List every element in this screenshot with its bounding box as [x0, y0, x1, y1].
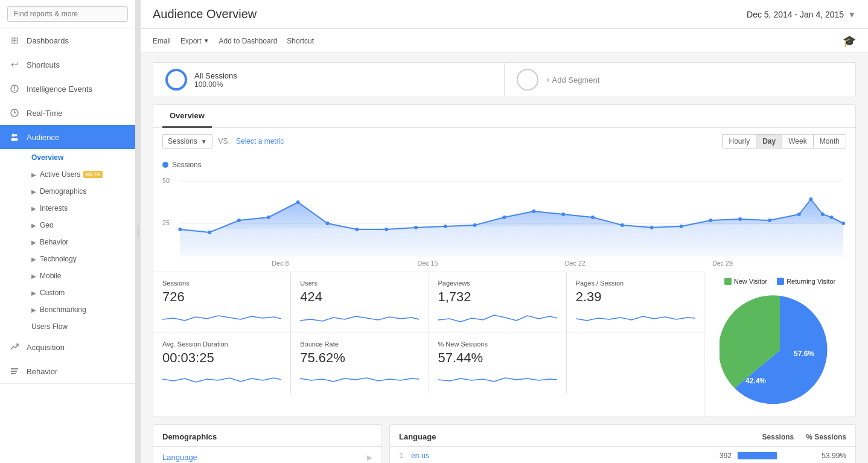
- lang-sessions-1: 392: [683, 452, 732, 460]
- svg-point-25: [296, 200, 300, 204]
- svg-marker-20: [180, 199, 843, 257]
- bounce-rate-label: Bounce Rate: [300, 340, 419, 348]
- sidebar-item-label-realtime: Real-Time: [27, 109, 62, 118]
- svg-point-5: [15, 134, 18, 136]
- svg-rect-8: [11, 368, 18, 369]
- svg-point-39: [709, 219, 712, 222]
- svg-point-4: [12, 134, 15, 137]
- svg-text:50: 50: [162, 177, 170, 184]
- pie-legend: New Visitor Returning Visitor: [724, 278, 836, 285]
- sidebar-item-acquisition[interactable]: Acquisition: [0, 335, 135, 359]
- lang-name-1[interactable]: en-us: [411, 452, 683, 460]
- sidebar-item-dashboards[interactable]: ⊞ Dashboards: [0, 28, 135, 53]
- shortcuts-icon: ↩: [8, 59, 21, 71]
- sidebar-item-realtime[interactable]: Real-Time: [0, 101, 135, 125]
- col-pct-label: % Sessions: [806, 433, 846, 441]
- time-btn-hourly[interactable]: Hourly: [722, 134, 756, 148]
- svg-rect-10: [11, 373, 16, 374]
- subnav-demographics[interactable]: ▶ Demographics: [27, 183, 135, 200]
- stats-pie-row: Sessions 726 Users 424: [153, 272, 855, 417]
- active-users-label: Active Users: [40, 170, 80, 179]
- pageviews-label: Pageviews: [438, 279, 557, 287]
- subnav-mobile[interactable]: ▶ Mobile: [27, 267, 135, 284]
- shortcut-button[interactable]: Shortcut: [287, 37, 314, 45]
- time-btn-day[interactable]: Day: [756, 134, 782, 148]
- realtime-icon: [8, 107, 21, 119]
- time-btn-month[interactable]: Month: [813, 134, 846, 148]
- mobile-label: Mobile: [40, 272, 61, 280]
- export-button[interactable]: Export ▼: [180, 37, 209, 45]
- select-metric-link[interactable]: Select a metric: [236, 137, 284, 145]
- sidebar-resize-handle[interactable]: [136, 0, 141, 463]
- svg-point-36: [621, 223, 624, 227]
- subnav-geo[interactable]: ▶ Geo: [27, 217, 135, 234]
- sidebar-item-label-intelligence: Intelligence Events: [27, 85, 92, 94]
- chevron-right-icon9: ▶: [31, 307, 36, 313]
- users-value: 424: [300, 289, 419, 305]
- audience-icon: [8, 131, 21, 143]
- svg-text:Dec 8: Dec 8: [272, 260, 289, 267]
- behavior-icon: [8, 365, 21, 377]
- chevron-right-icon6: ▶: [31, 256, 36, 263]
- new-sessions-sparkline: [438, 368, 557, 386]
- chevron-right-icon3: ▶: [31, 205, 36, 212]
- svg-point-42: [797, 212, 801, 216]
- sidebar-item-label-acquisition: Acquisition: [27, 343, 65, 352]
- search-input[interactable]: [7, 6, 128, 22]
- lang-bar-wrap-1: [738, 452, 810, 459]
- subnav-custom[interactable]: ▶ Custom: [27, 284, 135, 301]
- metric-dropdown[interactable]: Sessions ▼: [162, 134, 212, 148]
- sidebar-item-shortcuts[interactable]: ↩ Shortcuts: [0, 53, 135, 77]
- page-title: Audience Overview: [153, 7, 257, 21]
- svg-point-22: [208, 231, 211, 234]
- subnav-interests[interactable]: ▶ Interests: [27, 200, 135, 217]
- time-btn-week[interactable]: Week: [782, 134, 813, 148]
- svg-point-7: [14, 138, 18, 141]
- legend-dot: [162, 162, 168, 168]
- demo-arrow-icon: ▶: [367, 453, 372, 462]
- overview-label: Overview: [31, 153, 63, 162]
- stat-new-sessions: % New Sessions 57.44%: [429, 333, 567, 394]
- subnav-technology[interactable]: ▶ Technology: [27, 251, 135, 267]
- chevron-right-icon8: ▶: [31, 290, 36, 296]
- svg-text:42.4%: 42.4%: [745, 377, 766, 385]
- interests-label: Interests: [40, 204, 68, 212]
- date-range-picker[interactable]: Dec 5, 2014 - Jan 4, 2015 ▼: [747, 10, 856, 19]
- email-button[interactable]: Email: [153, 37, 171, 45]
- avg-session-sparkline: [162, 368, 281, 386]
- stat-pages-per-session: Pages / Session 2.39: [567, 272, 704, 333]
- add-to-dashboard-button[interactable]: Add to Dashboard: [219, 37, 278, 45]
- stat-bounce-rate: Bounce Rate 75.62%: [291, 333, 429, 394]
- stats-section: Sessions 726 Users 424: [153, 272, 704, 417]
- subnav-users-flow[interactable]: Users Flow: [27, 318, 135, 335]
- add-segment-button[interactable]: + Add Segment: [505, 63, 855, 97]
- legend-returning-visitor: Returning Visitor: [777, 278, 835, 285]
- acquisition-icon: [8, 341, 21, 353]
- demo-row-language[interactable]: Language ▶: [153, 447, 381, 463]
- svg-point-46: [841, 222, 845, 225]
- sidebar-item-behavior[interactable]: Behavior: [0, 359, 135, 383]
- subnav-behavior[interactable]: ▶ Behavior: [27, 234, 135, 251]
- chart-area: Sessions 50 25 Dec 8 Dec 15 Dec 22: [153, 155, 855, 272]
- svg-point-41: [768, 219, 771, 222]
- returning-visitor-label: Returning Visitor: [787, 278, 835, 285]
- svg-text:Dec 15: Dec 15: [418, 260, 438, 267]
- date-range-text: Dec 5, 2014 - Jan 4, 2015: [747, 10, 844, 19]
- subnav-active-users[interactable]: ▶ Active Users BETA: [27, 166, 135, 183]
- all-sessions-segment: All Sessions 100.00%: [153, 63, 505, 97]
- search-section: [0, 0, 135, 28]
- subnav-overview[interactable]: Overview: [27, 149, 135, 166]
- svg-point-30: [444, 225, 447, 228]
- svg-point-45: [830, 216, 834, 219]
- tab-overview[interactable]: Overview: [162, 105, 212, 128]
- chevron-right-icon4: ▶: [31, 222, 36, 229]
- sidebar-item-audience[interactable]: Audience: [0, 125, 135, 149]
- sidebar: ⊞ Dashboards ↩ Shortcuts Intelligence Ev…: [0, 0, 136, 463]
- sidebar-item-intelligence[interactable]: Intelligence Events: [0, 77, 135, 101]
- subnav-benchmarking[interactable]: ▶ Benchmarking: [27, 301, 135, 318]
- svg-point-44: [821, 212, 825, 216]
- pie-chart: 57.6% 42.4%: [720, 290, 840, 410]
- stat-pageviews: Pageviews 1,732: [429, 272, 567, 333]
- bounce-rate-sparkline: [300, 368, 419, 386]
- users-flow-label: Users Flow: [31, 322, 68, 331]
